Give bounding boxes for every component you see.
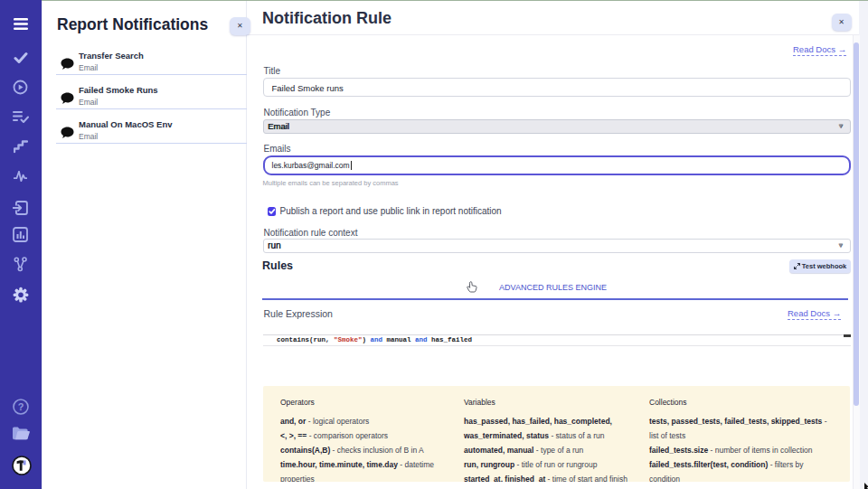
svg-text:?: ? [18,401,24,412]
